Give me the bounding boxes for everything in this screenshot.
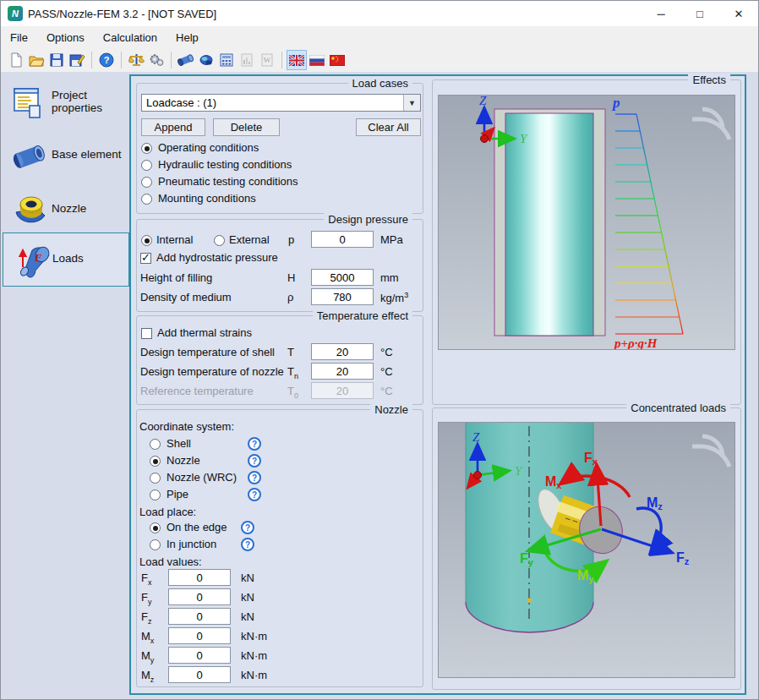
units-scales-icon[interactable]: [127, 51, 145, 69]
window-title: PASS/Nozzle-FEM 3.2 - [NOT SAVED]: [28, 8, 216, 20]
menu-calculation[interactable]: Calculation: [94, 26, 167, 48]
flag-russian-icon[interactable]: [308, 51, 326, 69]
chevron-down-icon[interactable]: ▼: [403, 95, 420, 111]
fz-arrow-label: Fz: [676, 550, 690, 566]
unit-label: kN·m: [241, 649, 267, 662]
sidebar-item-label: Nozzle: [52, 202, 86, 215]
help-icon[interactable]: ?: [97, 51, 116, 69]
radio-label: Hydraulic testing conditions: [158, 158, 292, 171]
checkbox-label: Add thermal strains: [157, 326, 252, 339]
save-icon[interactable]: [47, 51, 66, 69]
nozzle-temperature-input[interactable]: [311, 363, 374, 380]
coordinate-system-label: Coordinate system:: [139, 420, 234, 433]
maximize-button[interactable]: □: [680, 1, 719, 26]
density-input[interactable]: [311, 288, 374, 305]
radio-label: In junction: [167, 538, 216, 550]
pressure-p-label: p: [611, 96, 620, 111]
nozzle-icon[interactable]: [197, 51, 216, 69]
fx-arrow-label: Fx: [584, 451, 598, 467]
sidebar-item-loads[interactable]: F Loads: [3, 232, 129, 287]
radio-pneumatic-testing[interactable]: [141, 177, 152, 188]
sidebar-item-nozzle[interactable]: Nozzle: [3, 187, 128, 239]
field-symbol: H: [287, 271, 295, 284]
toolbar-separator: [91, 52, 92, 68]
loadcase-dropdown[interactable]: Loadcase : (1) ▼: [141, 94, 421, 112]
sidebar-item-label: Loads: [52, 252, 84, 265]
fz-label: Fz: [141, 610, 151, 626]
mx-label: Mx: [141, 630, 154, 645]
close-button[interactable]: ✕: [719, 1, 758, 26]
title-bar: N PASS/Nozzle-FEM 3.2 - [NOT SAVED] ─ □ …: [1, 1, 758, 26]
radio-hydraulic-testing[interactable]: [141, 160, 152, 171]
radio-coord-nozzle[interactable]: [150, 456, 161, 467]
pressure-input[interactable]: [311, 231, 374, 248]
my-input[interactable]: [168, 647, 231, 664]
menu-help[interactable]: Help: [167, 26, 208, 48]
help-icon[interactable]: ?: [248, 454, 261, 468]
group-title: Design pressure: [324, 213, 412, 226]
unit-label: kN: [241, 610, 254, 623]
radio-external[interactable]: [214, 235, 225, 246]
save-as-icon[interactable]: [68, 51, 86, 69]
sidebar-item-project-properties[interactable]: Project properties: [3, 79, 128, 131]
word-report-icon[interactable]: W: [258, 51, 276, 69]
minimize-button[interactable]: ─: [642, 1, 680, 26]
settings-gears-icon[interactable]: [147, 51, 166, 69]
help-icon[interactable]: ?: [241, 521, 254, 534]
help-icon[interactable]: ?: [248, 471, 261, 484]
unit-label: kN: [241, 571, 254, 584]
radio-label: On the edge: [167, 521, 227, 533]
shell-temperature-input[interactable]: [311, 343, 374, 360]
help-icon[interactable]: ?: [241, 538, 254, 551]
help-icon[interactable]: ?: [248, 488, 261, 501]
fy-input[interactable]: [168, 588, 231, 605]
radio-label: Pipe: [167, 488, 188, 500]
radio-label: Internal: [156, 233, 193, 246]
field-symbol: T: [287, 346, 294, 361]
radio-operating-conditions[interactable]: [141, 143, 152, 154]
radio-mounting-conditions[interactable]: [141, 194, 152, 205]
unit-label: °C: [380, 346, 393, 358]
radio-on-the-edge[interactable]: [150, 522, 161, 533]
fx-input[interactable]: [168, 569, 231, 586]
load-values-label: Load values:: [139, 555, 202, 568]
append-button[interactable]: Append: [141, 118, 205, 136]
nozzle-icon: [13, 190, 50, 227]
radio-coord-shell[interactable]: [150, 439, 161, 450]
calculator-icon[interactable]: [217, 51, 236, 69]
mz-input[interactable]: [168, 666, 231, 683]
open-file-icon[interactable]: [27, 51, 46, 69]
base-element-icon[interactable]: [177, 51, 195, 69]
radio-internal[interactable]: [141, 235, 152, 246]
height-of-filling-input[interactable]: [311, 269, 374, 286]
sidebar-item-base-element[interactable]: Base element: [3, 134, 128, 187]
thermal-strains-checkbox[interactable]: [141, 328, 152, 339]
field-label: Reference temperature: [140, 385, 254, 397]
report-icon[interactable]: [238, 51, 256, 69]
pressure-symbol: p: [288, 233, 294, 246]
radio-in-junction[interactable]: [150, 539, 161, 550]
menu-options[interactable]: Options: [37, 26, 94, 48]
flag-chinese-icon[interactable]: [328, 51, 347, 69]
flag-english-icon[interactable]: [287, 51, 306, 69]
sidebar-item-label: Project properties: [52, 89, 123, 114]
delete-button[interactable]: Delete: [213, 118, 280, 136]
menu-bar: File Options Calculation Help: [1, 26, 758, 48]
axis-z-label: Z: [479, 96, 487, 107]
effects-viewport[interactable]: Z Y p p+ρ·g·H: [438, 95, 735, 350]
clear-all-button[interactable]: Clear All: [356, 118, 421, 136]
radio-label: Operating conditions: [158, 141, 259, 154]
radio-coord-pipe[interactable]: [150, 489, 161, 500]
mx-input[interactable]: [168, 627, 231, 644]
toolbar-separator: [121, 52, 122, 68]
unit-label: kN·m: [241, 669, 267, 681]
radio-coord-nozzle-wrc[interactable]: [150, 473, 161, 484]
concentrated-loads-viewport[interactable]: Z Y Fx Mx Mz Fz Fy My: [438, 422, 735, 678]
help-icon[interactable]: ?: [248, 437, 261, 451]
fz-input[interactable]: [168, 608, 231, 625]
checkbox-label: Add hydrostatic pressure: [156, 251, 278, 264]
field-symbol: Tn: [287, 365, 298, 380]
hydrostatic-checkbox[interactable]: [140, 253, 151, 264]
new-file-icon[interactable]: [7, 51, 25, 69]
menu-file[interactable]: File: [1, 26, 37, 48]
